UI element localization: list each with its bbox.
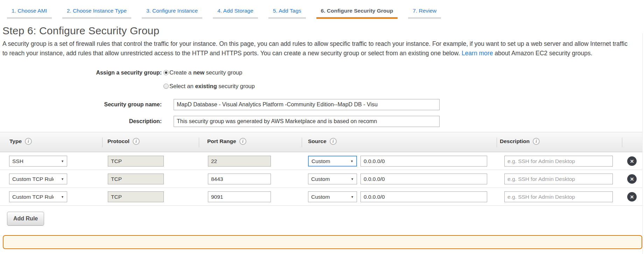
col-header-type: Typei: [9, 138, 32, 145]
chevron-down-icon: ▼: [351, 195, 354, 199]
radio-create-new-label: Create a new security group: [169, 69, 242, 76]
rule-row-8443: Custom TCP Rule▼ Custom▼ ✕: [0, 170, 643, 188]
port-range-info-icon[interactable]: i: [239, 138, 246, 145]
delete-rule-button[interactable]: ✕: [627, 156, 637, 166]
security-group-name-label: Security group name:: [2, 101, 162, 108]
radio-create-new-group[interactable]: Create a new security group: [163, 69, 242, 76]
tab-configure-instance[interactable]: 3. Configure Instance: [142, 4, 202, 19]
port-range-input[interactable]: [208, 191, 271, 202]
intro-text: A security group is a set of firewall ru…: [2, 39, 632, 58]
content-right-border: [642, 33, 643, 254]
source-info-icon[interactable]: i: [330, 138, 337, 145]
col-header-description: Descriptioni: [500, 138, 540, 145]
column-divider: [497, 137, 497, 147]
add-rule-button[interactable]: Add Rule: [7, 212, 44, 226]
chevron-down-icon: ▼: [61, 195, 64, 199]
description-info-icon[interactable]: i: [533, 138, 540, 145]
tab-add-storage[interactable]: 4. Add Storage: [213, 4, 258, 19]
radio-selected-icon[interactable]: [163, 70, 169, 75]
rule-description-input[interactable]: [504, 191, 613, 202]
type-select[interactable]: Custom TCP Rule▼: [9, 174, 67, 184]
delete-rule-button[interactable]: ✕: [627, 174, 637, 184]
col-header-port-range: Port Rangei: [207, 138, 246, 145]
description-label: Description:: [2, 118, 162, 125]
radio-unselected-icon[interactable]: [163, 84, 169, 89]
learn-more-link[interactable]: Learn more: [462, 50, 493, 57]
chevron-down-icon: ▼: [61, 160, 64, 163]
tab-configure-security-group[interactable]: 6. Configure Security Group: [316, 4, 398, 19]
source-select[interactable]: Custom▼: [308, 156, 357, 167]
source-cidr-input[interactable]: [360, 156, 487, 167]
radio-select-existing-group[interactable]: Select an existing security group: [163, 83, 255, 90]
rule-row-ssh: SSH▼ Custom▼ ✕: [0, 152, 643, 170]
protocol-input: [108, 174, 164, 184]
type-info-icon[interactable]: i: [25, 138, 32, 145]
tab-choose-instance-type[interactable]: 2. Choose Instance Type: [62, 4, 131, 19]
warning-banner: [3, 235, 642, 249]
assign-security-group-label: Assign a security group:: [2, 70, 162, 76]
source-cidr-input[interactable]: [360, 174, 487, 184]
rule-description-input[interactable]: [504, 174, 613, 184]
tab-review[interactable]: 7. Review: [408, 4, 441, 19]
security-rules-table: Typei Protocoli Port Rangei Sourcei Desc…: [0, 132, 643, 206]
page-title: Step 6: Configure Security Group: [2, 25, 644, 37]
source-cidr-input[interactable]: [360, 191, 487, 202]
tab-choose-ami[interactable]: 1. Choose AMI: [7, 4, 52, 19]
tab-add-tags[interactable]: 5. Add Tags: [268, 4, 306, 19]
type-select[interactable]: Custom TCP Rule▼: [9, 191, 67, 202]
intro-text-after: about Amazon EC2 security groups.: [493, 50, 592, 57]
wizard-step-tabs: 1. Choose AMI 2. Choose Instance Type 3.…: [0, 0, 644, 19]
chevron-down-icon: ▼: [61, 177, 64, 181]
col-header-protocol: Protocoli: [107, 138, 140, 145]
delete-rule-button[interactable]: ✕: [627, 192, 637, 202]
delete-x-icon: ✕: [630, 176, 634, 182]
column-divider: [102, 137, 103, 147]
chevron-down-icon: ▼: [351, 177, 354, 181]
source-select[interactable]: Custom▼: [308, 191, 357, 202]
protocol-info-icon[interactable]: i: [133, 138, 140, 145]
source-select[interactable]: Custom▼: [308, 174, 357, 184]
security-group-description-input[interactable]: [174, 116, 440, 127]
rule-description-input[interactable]: [504, 156, 613, 167]
delete-x-icon: ✕: [630, 158, 634, 164]
delete-x-icon: ✕: [630, 194, 634, 200]
security-group-name-input[interactable]: [174, 99, 440, 110]
port-range-input[interactable]: [208, 174, 271, 184]
rules-table-header: Typei Protocoli Port Rangei Sourcei Desc…: [0, 132, 643, 152]
column-divider: [622, 137, 622, 147]
column-divider: [199, 137, 199, 147]
chevron-down-icon: ▼: [350, 160, 354, 163]
column-divider: [302, 137, 302, 147]
col-header-source: Sourcei: [308, 138, 337, 145]
radio-select-existing-label: Select an existing security group: [169, 83, 255, 90]
type-select[interactable]: SSH▼: [9, 156, 67, 167]
port-range-input: [208, 156, 271, 167]
protocol-input: [108, 156, 164, 167]
protocol-input: [108, 191, 164, 202]
rule-row-9091: Custom TCP Rule▼ Custom▼ ✕: [0, 188, 643, 206]
